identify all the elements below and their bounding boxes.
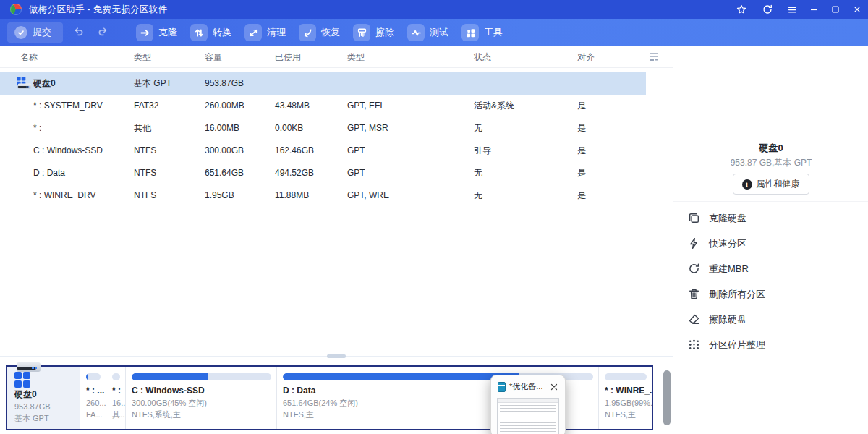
properties-health-button[interactable]: 属性和健康 — [733, 174, 809, 195]
refresh-button[interactable] — [757, 0, 778, 19]
redo-button[interactable] — [93, 23, 112, 42]
partition-block-c-windows[interactable]: C : Windows-SSD 300.00GB(45% 空闲) NTFS,系统… — [126, 367, 277, 429]
cell-status: 无 — [474, 162, 482, 184]
usage-bar — [132, 373, 271, 380]
tool-tools[interactable]: 工具 — [455, 19, 509, 46]
table-row-system-drv[interactable]: * : SYSTEM_DRV FAT32 260.00MB 43.48MB GP… — [0, 95, 646, 117]
partition-size: 1.95GB(99%... — [605, 397, 647, 409]
cell-capacity: 16.00MB — [205, 117, 239, 140]
cell-type: GPT, MSR — [347, 117, 388, 140]
app-logo-icon — [10, 4, 22, 15]
cell-type: GPT, EFI — [347, 95, 383, 117]
cell-aligned: 是 — [577, 117, 586, 140]
sidebar-disk-info: 953.87 GB,基本 GPT — [673, 157, 868, 169]
header-used[interactable]: 已使用 — [275, 46, 301, 68]
tool-convert[interactable]: 转换 — [184, 19, 238, 46]
minimize-icon — [809, 5, 818, 14]
recover-icon — [299, 24, 316, 41]
tool-recover[interactable]: 恢复 — [292, 19, 346, 46]
usage-bar — [112, 373, 120, 380]
submit-button[interactable]: 提交 — [7, 22, 63, 43]
splitter-handle[interactable] — [327, 354, 346, 358]
cell-fs: NTFS — [134, 140, 156, 162]
minimize-button[interactable] — [803, 0, 825, 19]
preview-thumbnail[interactable] — [497, 398, 559, 434]
usage-bar — [605, 373, 647, 380]
cell-name: * : SYSTEM_DRV — [33, 95, 103, 117]
action-quick-partition[interactable]: 快速分区 — [673, 231, 868, 256]
delete-partitions-icon — [687, 288, 700, 301]
cell-status: 无 — [474, 184, 482, 207]
maximize-button[interactable] — [825, 0, 846, 19]
close-button[interactable] — [846, 0, 868, 19]
header-status[interactable]: 状态 — [474, 46, 491, 68]
action-rebuild-mbr[interactable]: 重建MBR — [673, 256, 868, 281]
sidebar-actions: 克隆硬盘 快速分区 重建MBR 删除所有分区 擦除硬盘 分区碎片整理 — [673, 205, 868, 357]
info-icon — [742, 179, 752, 190]
cell-name: C : Windows-SSD — [33, 140, 103, 162]
check-icon — [14, 26, 27, 39]
thumbnail-menubar — [498, 399, 558, 403]
partition-fs: 其... — [112, 409, 120, 420]
cell-capacity: 260.00MB — [205, 95, 244, 117]
toolbar-tools: 克隆 转换 清理 恢复 擦除 测试 — [129, 19, 509, 46]
action-defragment[interactable]: 分区碎片整理 — [673, 332, 868, 357]
header-type[interactable]: 类型 — [347, 46, 365, 68]
partition-block-winre[interactable]: * : WINRE_... 1.95GB(99%... NTFS,主 — [599, 367, 652, 429]
cell-aligned: 是 — [577, 162, 586, 184]
action-label: 重建MBR — [709, 263, 749, 276]
action-label: 删除所有分区 — [709, 288, 765, 301]
close-icon — [853, 5, 861, 14]
table-row-msr[interactable]: * : 其他 16.00MB 0.00KB GPT, MSR 无 是 — [0, 117, 646, 140]
table-row-disk0[interactable]: 硬盘0 基本 GPT 953.87GB — [0, 72, 646, 95]
cell-name: * : WINRE_DRV — [33, 184, 95, 207]
hamburger-icon — [788, 5, 797, 14]
table-row-d-data[interactable]: D : Data NTFS 651.64GB 494.52GB GPT 无 是 — [0, 162, 646, 184]
partition-label: C : Windows-SSD — [132, 385, 271, 397]
action-wipe-disk[interactable]: 擦除硬盘 — [673, 307, 868, 332]
header-capacity[interactable]: 容量 — [205, 46, 222, 68]
view-options-icon[interactable] — [647, 51, 661, 66]
disk-map-disk-block[interactable]: 硬盘0 953.87GB 基本 GPT — [7, 367, 80, 429]
tool-clone[interactable]: 克隆 — [129, 19, 184, 46]
partition-fs: NTFS,系统,主 — [132, 409, 271, 420]
vertical-scrollbar[interactable] — [663, 370, 671, 425]
partition-label: * : — [112, 385, 120, 397]
tool-erase[interactable]: 擦除 — [346, 19, 401, 46]
clean-icon — [244, 24, 262, 41]
partition-label: * : WINRE_... — [605, 385, 647, 397]
cell-capacity: 651.64GB — [205, 162, 244, 184]
table-row-winre-drv[interactable]: * : WINRE_DRV NTFS 1.95GB 11.88MB GPT, W… — [0, 184, 646, 207]
header-name[interactable]: 名称 — [20, 46, 38, 68]
preview-close-icon[interactable] — [549, 382, 559, 392]
tool-clean[interactable]: 清理 — [238, 19, 292, 46]
table-row-c-windows[interactable]: C : Windows-SSD NTFS 300.00GB 162.46GB G… — [0, 140, 646, 162]
disk-map-disk-name: 硬盘0 — [14, 388, 72, 401]
tools-icon — [461, 24, 479, 41]
tool-label: 工具 — [484, 26, 503, 39]
action-clone-disk[interactable]: 克隆硬盘 — [673, 205, 868, 231]
action-label: 分区碎片整理 — [709, 339, 765, 352]
partition-size: 300.00GB(45% 空闲) — [132, 397, 271, 409]
properties-label: 属性和健康 — [757, 178, 800, 190]
partition-size: 16.... — [112, 397, 120, 409]
partition-fs: FA... — [86, 409, 101, 420]
notepad-icon — [498, 382, 506, 392]
action-delete-all-partitions[interactable]: 删除所有分区 — [673, 281, 868, 307]
taskbar-preview-popup[interactable]: *优化备... — [490, 375, 566, 434]
partition-block-msr[interactable]: * : 16.... 其... — [106, 367, 126, 429]
favorite-button[interactable] — [731, 0, 752, 19]
cell-status: 无 — [474, 117, 482, 140]
cell-type: GPT, WRE — [347, 184, 389, 207]
cell-capacity: 300.00GB — [205, 140, 244, 162]
test-icon — [407, 24, 425, 41]
redo-icon — [97, 25, 109, 40]
partition-block-system-drv[interactable]: * : ... 260... FA... — [80, 367, 106, 429]
menu-button[interactable] — [781, 0, 803, 19]
header-fs[interactable]: 类型 — [134, 46, 151, 68]
undo-button[interactable] — [69, 23, 88, 42]
sidebar-divider — [673, 201, 868, 202]
tool-test[interactable]: 测试 — [401, 19, 455, 46]
cell-used: 494.52GB — [275, 162, 314, 184]
header-aligned[interactable]: 对齐 — [577, 46, 595, 68]
